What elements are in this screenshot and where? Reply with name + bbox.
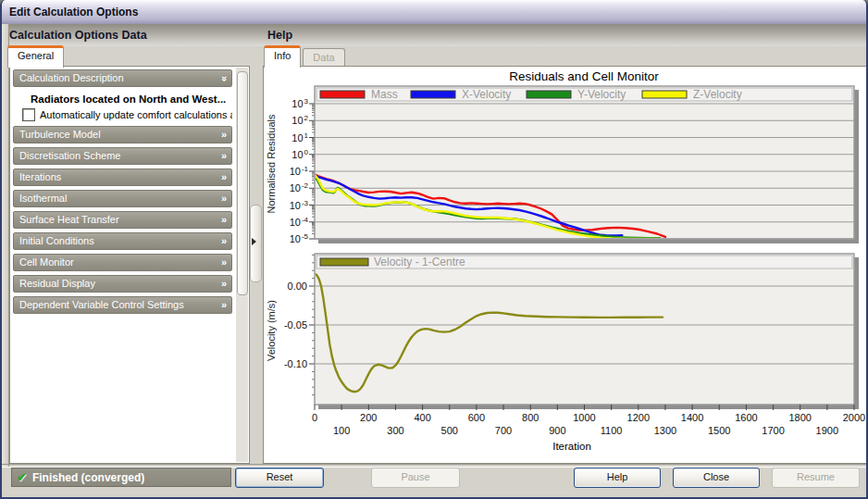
help-button[interactable]: Help xyxy=(574,468,661,488)
section-label: Residual Display xyxy=(19,278,95,289)
section-bar-calculation-description[interactable]: Calculation Description» xyxy=(13,69,232,87)
left-panel-header: Calculation Options Data xyxy=(4,24,262,46)
reset-button[interactable]: Reset xyxy=(235,468,324,488)
section-bar-iterations[interactable]: Iterations» xyxy=(13,168,232,186)
y-tick-label: 10-4 xyxy=(290,216,309,228)
splitter-collapse-arrow-icon[interactable] xyxy=(252,238,256,245)
calculation-description-text: Radiators located on North and West... xyxy=(13,91,232,107)
x-tick-label: 200 xyxy=(360,412,377,423)
calculation-options-list-panel: Calculation Description»Radiators locate… xyxy=(9,66,250,464)
x-tick-label: 1900 xyxy=(816,425,838,436)
y-tick-label: 10-5 xyxy=(290,232,309,244)
x-tick-label: 0 xyxy=(312,412,317,423)
residuals-and-monitor-charts: Residuals and Cell Monitor Normalised Re… xyxy=(263,66,865,462)
y-tick-label: -0.10 xyxy=(284,358,307,369)
legend-label: Velocity - 1-Centre xyxy=(374,256,465,268)
chevron-collapsed-icon[interactable]: » xyxy=(221,169,227,184)
panel-splitter[interactable] xyxy=(249,66,262,463)
y-tick-label: 101 xyxy=(291,131,308,143)
x-tick-label: 100 xyxy=(333,425,350,436)
help-tab-strip: InfoData xyxy=(264,46,345,67)
pause-button: Pause xyxy=(371,468,460,488)
chevron-collapsed-icon[interactable]: » xyxy=(221,127,227,142)
left-panel-scrollbar[interactable] xyxy=(236,68,248,462)
legend-swatch-x-velocity xyxy=(411,91,455,98)
y-tick-label: 102 xyxy=(291,114,308,126)
x-tick-label: 2000 xyxy=(843,412,865,423)
section-label: Turbulence Model xyxy=(19,129,101,140)
section-bar-dependent-variable-control-settings[interactable]: Dependent Variable Control Settings» xyxy=(13,296,232,314)
x-tick-label: 700 xyxy=(495,425,512,436)
legend-swatch-mass xyxy=(320,91,365,98)
legend-swatch-z-velocity xyxy=(642,91,687,98)
x-tick-label: 1500 xyxy=(708,425,730,436)
residuals-y-axis-label: Normalised Residuals xyxy=(266,114,277,213)
x-tick-label: 900 xyxy=(549,425,565,436)
section-bar-turbulence-model[interactable]: Turbulence Model» xyxy=(13,126,232,143)
y-tick-label: 10-1 xyxy=(290,165,309,177)
auto-update-checkbox-row: Automatically update comfort calculation… xyxy=(13,107,232,126)
chevron-collapsed-icon[interactable]: » xyxy=(221,276,227,291)
legend-swatch-y-velocity xyxy=(527,91,571,98)
close-button[interactable]: Close xyxy=(673,468,760,488)
auto-update-checkbox[interactable] xyxy=(22,108,35,121)
y-tick-label: 10-3 xyxy=(290,199,309,211)
scrollbar-thumb[interactable] xyxy=(237,71,248,295)
chevron-collapsed-icon[interactable]: » xyxy=(221,233,227,248)
left-tab-strip: General xyxy=(7,46,64,67)
tab-left-general[interactable]: General xyxy=(7,45,64,68)
section-label: Initial Conditions xyxy=(19,235,94,246)
chevron-collapsed-icon[interactable]: » xyxy=(221,191,227,206)
section-label: Dependent Variable Control Settings xyxy=(19,299,184,310)
velocity-monitor-chart: 0.00-0.05-0.10Velocity - 1-Centre0100200… xyxy=(284,254,865,436)
residuals-chart: 10310210110010-110-210-310-410-5MassX-Ve… xyxy=(290,86,859,244)
check-icon: ✔ xyxy=(17,470,27,484)
x-tick-label: 1100 xyxy=(601,425,623,436)
left-edge-strip xyxy=(2,24,9,467)
legend-label: X-Velocity xyxy=(462,88,511,101)
chevron-expanded-icon[interactable]: » xyxy=(217,76,232,81)
x-tick-label: 1700 xyxy=(762,425,784,436)
section-bar-surface-heat-transfer[interactable]: Surface Heat Transfer» xyxy=(13,211,232,229)
section-label: Isothermal xyxy=(19,193,67,204)
section-bar-cell-monitor[interactable]: Cell Monitor» xyxy=(13,254,232,271)
section-label: Cell Monitor xyxy=(19,256,74,268)
status-box: ✔ Finished (converged) xyxy=(11,468,231,487)
window-title: Edit Calculation Options xyxy=(2,6,138,19)
section-label: Calculation Description xyxy=(19,72,124,83)
tab-help-data: Data xyxy=(303,48,344,67)
left-panel-title: Calculation Options Data xyxy=(4,29,147,42)
section-label: Discretisation Scheme xyxy=(19,150,120,161)
x-tick-label: 1000 xyxy=(573,412,595,423)
section-label: Iterations xyxy=(19,171,61,182)
resume-button: Resume xyxy=(772,468,860,488)
x-tick-label: 1300 xyxy=(654,425,676,436)
legend-label: Z-Velocity xyxy=(693,88,742,101)
title-bar[interactable]: Edit Calculation Options xyxy=(2,0,866,25)
section-label: Surface Heat Transfer xyxy=(19,214,119,225)
tab-help-info[interactable]: Info xyxy=(264,45,301,68)
section-bar-initial-conditions[interactable]: Initial Conditions» xyxy=(13,232,232,250)
chevron-collapsed-icon[interactable]: » xyxy=(221,297,227,312)
legend-label: Y-Velocity xyxy=(577,88,626,101)
help-panel-header: Help xyxy=(262,24,866,46)
section-bar-residual-display[interactable]: Residual Display» xyxy=(13,275,232,293)
status-text: Finished (converged) xyxy=(32,471,144,484)
y-tick-label: 103 xyxy=(291,97,308,109)
chevron-collapsed-icon[interactable]: » xyxy=(221,255,227,269)
options-accordion: Calculation Description»Radiators locate… xyxy=(13,69,232,318)
auto-update-checkbox-label: Automatically update comfort calculation… xyxy=(40,109,232,120)
x-tick-label: 500 xyxy=(441,425,458,436)
edit-calculation-options-dialog: Edit Calculation Options Calculation Opt… xyxy=(0,0,868,499)
x-tick-label: 1800 xyxy=(788,412,811,423)
x-tick-label: 600 xyxy=(468,412,485,423)
x-tick-label: 400 xyxy=(414,412,430,423)
x-tick-label: 300 xyxy=(387,425,403,436)
chevron-collapsed-icon[interactable]: » xyxy=(221,148,227,163)
y-tick-label: 0.00 xyxy=(288,281,307,292)
x-tick-label: 1400 xyxy=(681,412,703,423)
x-tick-label: 1600 xyxy=(735,412,757,423)
section-bar-isothermal[interactable]: Isothermal» xyxy=(13,190,232,207)
chevron-collapsed-icon[interactable]: » xyxy=(221,212,227,227)
section-bar-discretisation-scheme[interactable]: Discretisation Scheme» xyxy=(13,147,232,165)
